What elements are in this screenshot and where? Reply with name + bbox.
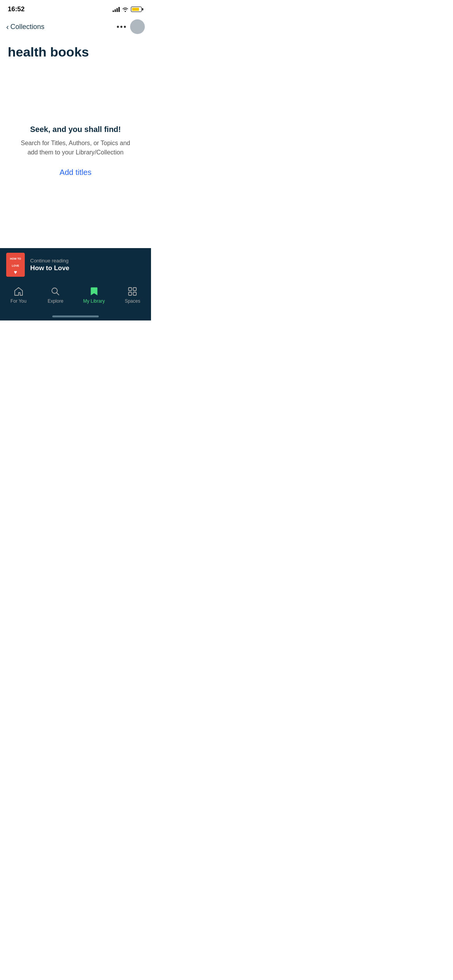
- home-indicator: [0, 313, 151, 320]
- home-indicator-bar: [52, 315, 99, 317]
- page-title: health books: [8, 45, 143, 59]
- tab-explore-label: Explore: [48, 298, 63, 304]
- continue-reading-bar[interactable]: HOW TO LOVE ♥ Continue reading How to Lo…: [0, 248, 151, 281]
- more-options-icon[interactable]: •••: [117, 22, 127, 31]
- spaces-icon: [127, 286, 138, 297]
- svg-line-1: [57, 293, 59, 295]
- tab-explore[interactable]: Explore: [40, 284, 71, 305]
- svg-rect-3: [133, 288, 136, 291]
- signal-icon: [113, 7, 120, 12]
- page-title-section: health books: [0, 37, 151, 63]
- tab-spaces[interactable]: Spaces: [117, 284, 148, 305]
- svg-rect-2: [129, 288, 132, 291]
- search-icon: [50, 286, 61, 297]
- battery-icon: [131, 7, 143, 12]
- heart-icon: ♥: [8, 269, 23, 275]
- empty-headline: Seek, and you shall find!: [30, 125, 121, 134]
- avatar[interactable]: [130, 19, 145, 34]
- tab-my-library[interactable]: My Library: [77, 284, 111, 305]
- status-time: 16:52: [8, 5, 24, 13]
- book-thumbnail: HOW TO LOVE ♥: [6, 253, 25, 277]
- bookmark-icon: [89, 286, 100, 297]
- tab-bar: For You Explore My Library Space: [0, 281, 151, 313]
- status-icons: [113, 7, 143, 12]
- continue-reading-label: Continue reading: [30, 258, 145, 264]
- back-label: Collections: [10, 23, 45, 31]
- tab-for-you[interactable]: For You: [3, 284, 34, 305]
- book-thumb-title: HOW TO LOVE: [10, 257, 21, 267]
- continue-reading-title: How to Love: [30, 264, 145, 272]
- header-right: •••: [117, 19, 145, 34]
- tab-for-you-label: For You: [10, 298, 26, 304]
- add-titles-button[interactable]: Add titles: [60, 166, 91, 178]
- svg-rect-4: [129, 292, 132, 295]
- back-chevron-icon: ‹: [6, 22, 9, 31]
- empty-subtext: Search for Titles, Authors, or Topics an…: [15, 139, 136, 157]
- back-button[interactable]: ‹ Collections: [6, 22, 45, 31]
- continue-reading-text: Continue reading How to Love: [30, 258, 145, 272]
- tab-spaces-label: Spaces: [125, 298, 140, 304]
- wifi-icon: [122, 7, 129, 12]
- svg-rect-5: [133, 292, 136, 295]
- home-icon: [13, 286, 24, 297]
- tab-my-library-label: My Library: [83, 298, 105, 304]
- status-bar: 16:52: [0, 0, 151, 16]
- empty-state: Seek, and you shall find! Search for Tit…: [0, 94, 151, 202]
- nav-header: ‹ Collections •••: [0, 16, 151, 37]
